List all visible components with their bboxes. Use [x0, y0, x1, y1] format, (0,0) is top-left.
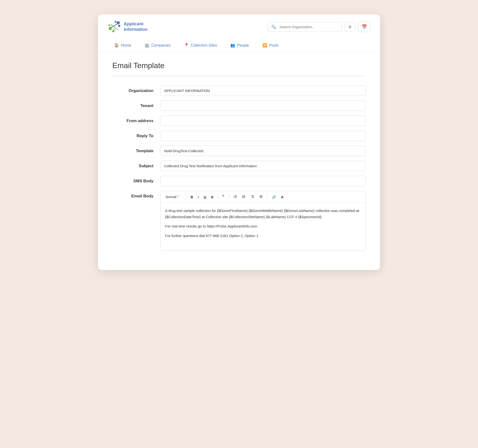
- companies-icon: 🏢: [145, 43, 149, 48]
- sidebar-item-pools[interactable]: 🔀 Pools: [256, 39, 285, 51]
- indent-left-icon: [259, 195, 263, 199]
- main-content: Email Template Organization Tenant From …: [98, 52, 380, 270]
- sms-body-row: SMS Body: [112, 176, 366, 186]
- email-body-label: Email Body: [112, 194, 160, 199]
- subject-label: Subject: [112, 164, 160, 168]
- calendar-button[interactable]: 📅: [358, 21, 371, 32]
- search-icon-button[interactable]: 🔍: [268, 22, 279, 31]
- svg-point-5: [118, 25, 120, 27]
- from-address-label: From address: [112, 118, 160, 123]
- nav-label-pools: Pools: [269, 43, 279, 48]
- subject-row: Subject: [112, 161, 366, 171]
- app-window: ApplicantInformation 🔍 ⚙ 📅 🏠 Home 🏢 Comp…: [98, 14, 380, 270]
- search-input[interactable]: [279, 22, 341, 31]
- link-button[interactable]: 🔗: [270, 194, 278, 200]
- nav-label-companies: Companies: [151, 43, 171, 48]
- logo-icon: [107, 20, 121, 33]
- reply-to-row: Reply To: [112, 131, 366, 141]
- svg-point-17: [242, 197, 243, 198]
- toolbar-divider-1: [186, 194, 186, 199]
- editor-toolbar: Normal ⌃ B I U S " 123: [160, 191, 365, 203]
- tenant-label: Tenant: [112, 103, 160, 108]
- editor-paragraph-2: For real time results go to https://Puls…: [165, 223, 361, 229]
- svg-text:3: 3: [233, 197, 234, 198]
- bold-button[interactable]: B: [189, 194, 195, 200]
- nav-label-people: People: [237, 43, 249, 48]
- reply-to-input[interactable]: [160, 131, 366, 141]
- header-right: 🔍 ⚙ 📅: [152, 21, 371, 32]
- divider: [112, 76, 366, 76]
- format-chevron-icon: ⌃: [177, 195, 180, 199]
- strikethrough-button[interactable]: S: [209, 194, 215, 200]
- logo-text: ApplicantInformation: [124, 21, 147, 32]
- calendar-icon: 📅: [362, 24, 367, 29]
- editor-container: Normal ⌃ B I U S " 123: [160, 191, 366, 251]
- blockquote-button[interactable]: ": [220, 193, 226, 200]
- header: ApplicantInformation 🔍 ⚙ 📅: [98, 14, 380, 39]
- indent-right-icon: [251, 195, 254, 199]
- font-button[interactable]: A: [279, 194, 286, 200]
- unordered-list-button[interactable]: [240, 193, 248, 200]
- subject-input[interactable]: [160, 161, 366, 171]
- svg-point-2: [108, 25, 110, 26]
- ordered-list-icon: 123: [233, 195, 237, 199]
- editor-paragraph-1: A drug test sample collection for {$Dono…: [165, 208, 361, 220]
- template-label: Template: [112, 149, 160, 153]
- organization-label: Organization: [112, 88, 160, 93]
- page-title: Email Template: [112, 61, 366, 70]
- format-label: Normal: [166, 195, 176, 199]
- nav-label-collection-sites: Collection Sites: [191, 43, 217, 48]
- svg-point-4: [115, 21, 116, 23]
- logo-area: ApplicantInformation: [107, 20, 147, 33]
- toolbar-divider-3: [229, 194, 229, 199]
- home-icon: 🏠: [114, 43, 119, 48]
- ordered-list-button[interactable]: 123: [231, 193, 239, 200]
- svg-point-8: [113, 29, 115, 31]
- format-select[interactable]: Normal ⌃: [164, 194, 182, 200]
- reply-to-label: Reply To: [112, 134, 160, 138]
- toolbar-divider-4: [267, 194, 267, 199]
- nav-label-home: Home: [121, 43, 131, 48]
- editor-content[interactable]: A drug test sample collection for {$Dono…: [160, 203, 365, 251]
- organization-input[interactable]: [160, 86, 366, 96]
- template-row: Template: [112, 146, 366, 156]
- underline-button[interactable]: U: [202, 194, 208, 200]
- email-body-row: Email Body Normal ⌃ B I U S ": [112, 191, 366, 251]
- filter-button[interactable]: ⚙: [345, 22, 355, 32]
- unordered-list-icon: [242, 195, 246, 199]
- search-container: 🔍: [268, 22, 342, 32]
- nav: 🏠 Home 🏢 Companies 📍 Collection Sites 👥 …: [98, 39, 380, 52]
- svg-point-16: [242, 196, 243, 197]
- tenant-row: Tenant: [112, 101, 366, 111]
- sidebar-item-companies[interactable]: 🏢 Companies: [138, 39, 177, 51]
- indent-left-button[interactable]: [257, 193, 265, 200]
- indent-right-button[interactable]: [249, 193, 256, 200]
- from-address-input[interactable]: [160, 116, 366, 126]
- filter-icon: ⚙: [348, 25, 352, 29]
- editor-paragraph-3: For further questions dial 877-866-2161 …: [165, 233, 361, 239]
- italic-button[interactable]: I: [196, 194, 201, 200]
- pools-icon: 🔀: [262, 43, 267, 48]
- sidebar-item-collection-sites[interactable]: 📍 Collection Sites: [177, 39, 224, 51]
- sidebar-item-home[interactable]: 🏠 Home: [107, 39, 138, 51]
- toolbar-divider-2: [218, 194, 218, 199]
- people-icon: 👥: [230, 43, 235, 48]
- from-address-row: From address: [112, 116, 366, 126]
- sidebar-item-people[interactable]: 👥 People: [224, 39, 256, 51]
- svg-point-15: [242, 195, 243, 196]
- template-input[interactable]: [160, 146, 366, 156]
- organization-row: Organization: [112, 86, 366, 96]
- sms-body-label: SMS Body: [112, 179, 160, 183]
- collection-sites-icon: 📍: [184, 43, 189, 48]
- sms-body-input[interactable]: [160, 176, 366, 186]
- tenant-input[interactable]: [160, 101, 366, 111]
- form: Organization Tenant From address Reply T…: [112, 86, 366, 256]
